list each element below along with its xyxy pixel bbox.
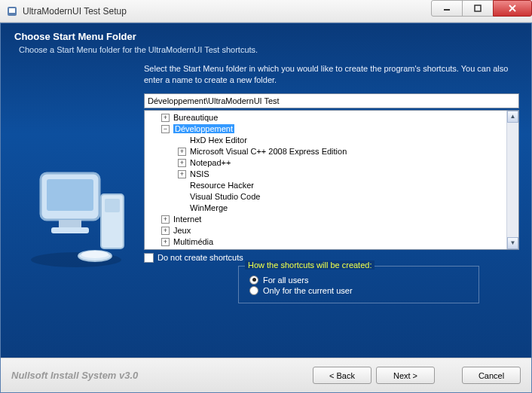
- svg-rect-12: [105, 199, 120, 212]
- tree-item-label: Jeux: [173, 226, 191, 235]
- tree-item[interactable]: +Notepad++: [145, 157, 506, 169]
- expand-icon[interactable]: +: [161, 114, 170, 122]
- expand-icon[interactable]: +: [161, 227, 170, 235]
- minimize-button[interactable]: [431, 0, 463, 17]
- radio-current-user-label: Only for the current user: [263, 286, 353, 295]
- svg-point-14: [81, 251, 109, 258]
- radio-all-users-label: For all users: [263, 276, 309, 285]
- next-button[interactable]: Next >: [376, 367, 435, 384]
- expand-icon[interactable]: +: [178, 159, 186, 167]
- tree-item-label: Développement: [173, 124, 234, 133]
- tree-item-label: Internet: [173, 215, 201, 224]
- no-shortcuts-checkbox[interactable]: [144, 253, 154, 263]
- svg-rect-9: [59, 220, 81, 227]
- cancel-button[interactable]: Cancel: [462, 367, 521, 384]
- maximize-button[interactable]: [462, 0, 494, 17]
- radio-current-user[interactable]: [249, 286, 258, 295]
- back-button[interactable]: < Back: [313, 367, 371, 384]
- expand-icon[interactable]: +: [161, 215, 170, 224]
- scroll-down-icon[interactable]: ▼: [507, 237, 518, 249]
- shortcut-scope-group: How the shortcuts will be created: For a…: [238, 266, 479, 303]
- expand-icon[interactable]: +: [161, 238, 170, 246]
- footer: Nullsoft Install System v3.0 < Back Next…: [1, 358, 531, 392]
- tree-item-label: Microsoft Visual C++ 2008 Express Editio…: [190, 147, 347, 156]
- folder-tree[interactable]: +Bureautique−DéveloppementHxD Hex Editor…: [144, 110, 519, 250]
- titlebar: UltraModernUI Test Setup: [0, 0, 532, 23]
- tree-item[interactable]: Resource Hacker: [145, 180, 506, 191]
- tree-item-label: Visual Studio Code: [190, 192, 260, 201]
- svg-rect-3: [475, 5, 481, 11]
- svg-rect-10: [51, 227, 89, 233]
- tree-item-label: Multimédia: [173, 237, 213, 246]
- tree-item-label: Notepad++: [190, 158, 231, 167]
- radio-all-users[interactable]: [249, 276, 258, 285]
- app-icon: [6, 5, 18, 17]
- tree-item[interactable]: +Internet: [145, 214, 506, 225]
- tree-item[interactable]: +Jeux: [145, 225, 506, 236]
- page-header: Choose Start Menu Folder Choose a Start …: [1, 23, 531, 63]
- sidebar-image: [8, 63, 144, 358]
- tree-item[interactable]: +NSIS: [145, 169, 506, 180]
- tree-item-label: NSIS: [190, 169, 209, 178]
- window-title: UltraModernUI Test Setup: [23, 6, 432, 17]
- page-title: Choose Start Menu Folder: [14, 31, 518, 42]
- no-shortcuts-label: Do not create shortcuts: [157, 253, 243, 262]
- svg-rect-1: [9, 8, 15, 13]
- page-subtitle: Choose a Start Menu folder for the Ultra…: [14, 45, 518, 54]
- group-legend: How the shortcuts will be created:: [245, 260, 375, 270]
- scroll-up-icon[interactable]: ▲: [507, 111, 518, 123]
- instruction-text: Select the Start Menu folder in which yo…: [144, 63, 519, 86]
- tree-item[interactable]: +Multimédia: [145, 236, 506, 248]
- close-button[interactable]: [493, 0, 532, 17]
- tree-item[interactable]: HxD Hex Editor: [145, 135, 506, 146]
- tree-item-label: Resource Hacker: [190, 181, 254, 190]
- expand-icon[interactable]: +: [178, 148, 186, 156]
- tree-item-label: HxD Hex Editor: [190, 136, 247, 145]
- tree-item-label: Bureautique: [173, 113, 218, 122]
- footer-brand: Nullsoft Install System v3.0: [11, 370, 308, 381]
- expand-icon[interactable]: +: [178, 170, 186, 178]
- collapse-icon[interactable]: −: [161, 125, 170, 133]
- tree-item[interactable]: +Bureautique: [145, 112, 506, 123]
- tree-item-label: WinMerge: [190, 203, 228, 212]
- tree-item[interactable]: −Développement: [145, 123, 506, 135]
- svg-rect-8: [47, 179, 93, 211]
- tree-item[interactable]: Visual Studio Code: [145, 191, 506, 203]
- scrollbar[interactable]: ▲ ▼: [506, 111, 518, 249]
- folder-path-input[interactable]: [144, 93, 519, 108]
- tree-item[interactable]: WinMerge: [145, 203, 506, 214]
- tree-item[interactable]: +Microsoft Visual C++ 2008 Express Editi…: [145, 146, 506, 157]
